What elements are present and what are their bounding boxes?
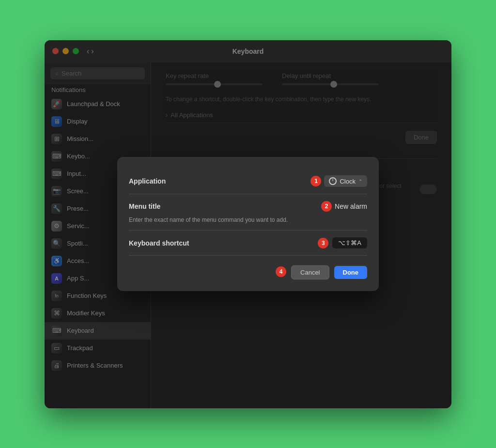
app-name: Clock <box>340 178 356 185</box>
menu-title-top: Menu title 2 New alarm <box>129 201 367 212</box>
menu-title-hint: Enter the exact name of the menu command… <box>129 216 367 223</box>
step-4-badge: 4 <box>276 266 286 277</box>
application-row: Application 1 Clock ⌃ <box>129 169 367 194</box>
keyboard-shortcut-label: Keyboard shortcut <box>129 239 318 247</box>
menu-title-value: 2 New alarm <box>321 201 367 212</box>
done-modal-button[interactable]: Done <box>334 266 368 279</box>
menu-title-section: Menu title 2 New alarm Enter the exact n… <box>129 194 367 231</box>
application-label: Application <box>129 177 310 185</box>
cancel-button[interactable]: Cancel <box>291 265 329 279</box>
keyboard-shortcut-value: 3 ⌥⇧⌘A <box>318 237 367 248</box>
menu-title-label: Menu title <box>129 202 321 210</box>
application-value: 1 Clock ⌃ <box>310 175 367 187</box>
chevron-down-icon: ⌃ <box>358 179 362 184</box>
keyboard-shortcut-row: Keyboard shortcut 3 ⌥⇧⌘A <box>129 231 367 256</box>
shortcut-input[interactable]: ⌥⇧⌘A <box>332 237 367 248</box>
modal-overlay: Application 1 Clock ⌃ Menu title 2 Ne <box>45 40 451 408</box>
menu-title-input-value[interactable]: New alarm <box>335 202 367 210</box>
modal-buttons: 4 Cancel Done <box>129 265 367 279</box>
clock-icon <box>329 177 337 185</box>
app-selector[interactable]: Clock ⌃ <box>324 175 367 187</box>
step-2-badge: 2 <box>321 201 332 212</box>
step-1-badge: 1 <box>310 176 321 186</box>
add-shortcut-modal: Application 1 Clock ⌃ Menu title 2 Ne <box>117 157 379 291</box>
step-3-badge: 3 <box>318 238 328 248</box>
